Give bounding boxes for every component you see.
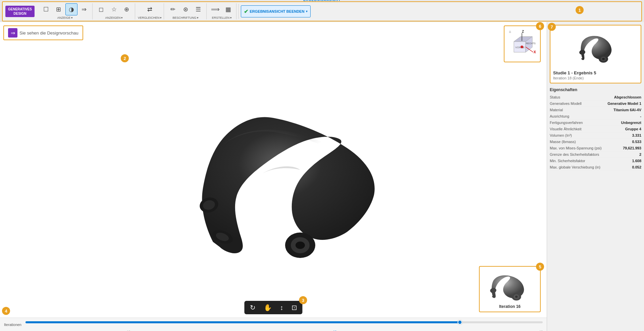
viewport-controls: 3 ↻ ✋ ↕ ⊡ (245, 301, 303, 314)
toolbar-group-erstellen: ⟹ ▦ ERSTELLEN ▾ (207, 3, 236, 19)
prop-key: Status (550, 95, 560, 99)
prop-key: Visuelle Ähnlichkeit (550, 127, 582, 131)
cube-nav-panel[interactable]: 6 ⌂ Z X VORNE RECHTS (504, 25, 541, 62)
ergebnisansicht-beenden-button[interactable]: ✔ ERGEBNISANSICHT BEENDEN ▾ (241, 5, 310, 17)
svg-point-20 (602, 58, 605, 60)
prop-row: Grenze des Sicherheitsfaktors2 (550, 151, 641, 158)
toolbar: ERGEBNISANSICHT GENERATIVES DESIGN ☐ ⊞ ◑… (2, 1, 642, 21)
app-button[interactable]: GENERATIVES DESIGN (5, 6, 35, 17)
prop-row: Generatives ModellGenerative Model 1 (550, 101, 641, 107)
prop-val: 3.331 (632, 133, 641, 137)
iteration-fill (25, 321, 460, 323)
properties-rows: StatusAbgeschlossenGeneratives ModellGen… (550, 94, 641, 171)
prop-val: Generative Model 1 (607, 102, 641, 106)
properties-title: Eigenschaften (550, 86, 641, 92)
result-thumbnail-svg (574, 31, 618, 65)
result-subtitle: Iteration 18 (Ende) (553, 76, 638, 80)
beschriftung-arrow: ▾ (197, 16, 199, 19)
iteration-16-panel[interactable]: 5 Iteration 16 (476, 263, 543, 315)
prop-row: FertigungsverfahrenUnbegrenzt (550, 120, 641, 126)
iteration-16-label: Iteration 16 (499, 304, 521, 309)
result-model-thumbnail (553, 28, 638, 68)
app-btn-line2: DESIGN (8, 11, 32, 16)
check-icon: ✔ (244, 8, 248, 15)
anzeigen-btn-2[interactable]: ☆ (108, 3, 120, 15)
svg-text:⌂: ⌂ (509, 29, 511, 34)
iterations-label: Iterationen (4, 323, 21, 327)
prop-row: Volumen (In³)3.331 (550, 132, 641, 139)
anzeige-btn-3[interactable]: ◑ (65, 3, 77, 15)
prop-row: Visuelle ÄhnlichkeitGruppe 4 (550, 126, 641, 132)
iteration-marks: 10 16 18 (25, 330, 543, 331)
prop-val: 0.533 (632, 140, 641, 144)
badge-7: 7 (548, 23, 556, 31)
pan-button[interactable]: ✋ (262, 303, 273, 312)
model-svg (159, 81, 387, 272)
prop-row: Min. Sicherheitsfaktor1.608 (550, 158, 641, 164)
prop-key: Masse (lbmass) (550, 140, 576, 144)
svg-text:RECHTS: RECHTS (526, 42, 536, 45)
toolbar-group-beschriftung: ✏ ⊛ ☰ BESCHRIFTUNG ▾ (165, 3, 207, 19)
prop-val: 2 (639, 152, 641, 156)
3d-model-area[interactable] (0, 22, 547, 331)
result-panel[interactable]: Studie 1 - Ergebnis 5 Iteration 18 (Ende… (550, 25, 641, 83)
prop-row: Masse (lbmass)0.533 (550, 139, 641, 145)
toolbar-group-anzeigen: ◻ ☆ ⊕ ANZEIGEN ▾ (93, 3, 135, 19)
badge-2: 2 (121, 54, 129, 62)
anzeige-btn-2[interactable]: ⊞ (53, 3, 65, 15)
prop-val: Gruppe 4 (625, 127, 641, 131)
prop-val: 1.608 (632, 159, 641, 163)
rotate-button[interactable]: ↻ (249, 303, 257, 312)
badge-6: 6 (536, 22, 544, 30)
result-title: Studie 1 - Ergebnis 5 (553, 70, 638, 75)
svg-text:X: X (534, 50, 536, 54)
preview-icon: ⇒ (8, 28, 17, 38)
erstellen-arrow: ▾ (230, 16, 232, 19)
prop-key: Generatives Modell (550, 102, 582, 106)
iteration-track[interactable] (25, 321, 543, 323)
ergebnis-arrow: ▾ (306, 10, 308, 13)
prop-val: 0.052 (632, 165, 641, 169)
svg-point-24 (515, 295, 518, 298)
vergleichen-label: VERGLEICHEN (138, 16, 160, 19)
erstellen-btn-2[interactable]: ▦ (222, 3, 234, 15)
prop-row: StatusAbgeschlossen (550, 94, 641, 101)
beschriftung-btn-1[interactable]: ✏ (167, 3, 179, 15)
prop-row: Max. von Mises-Spannung (psi)79,621.993 (550, 145, 641, 151)
anzeige-btn-4[interactable]: ⇒ (78, 3, 90, 15)
toolbar-group-vergleichen: ⇄ VERGLEICHEN ▾ (136, 3, 164, 19)
badge-4: 4 (2, 307, 10, 315)
beschriftung-btn-3[interactable]: ☰ (192, 3, 204, 15)
design-preview-banner: ⇒ Sie sehen die Designvorschau (3, 25, 83, 40)
prop-key: Min. Sicherheitsfaktor (550, 159, 585, 163)
anzeigen-label: ANZEIGEN (105, 16, 120, 19)
anzeigen-btn-1[interactable]: ◻ (95, 3, 107, 15)
zoom-button[interactable]: ↕ (279, 303, 285, 312)
vergleichen-arrow: ▾ (160, 16, 162, 19)
prop-key: Material (550, 108, 563, 112)
iteration-16-thumbnail (486, 269, 533, 303)
iterations-bar[interactable]: Iterationen 10 16 18 (0, 318, 547, 331)
viewport[interactable]: 2 ⇒ Sie sehen die Designvorschau (0, 22, 547, 331)
svg-text:VORNE: VORNE (515, 46, 525, 49)
vergleichen-btn-1[interactable]: ⇄ (144, 3, 156, 15)
erstellen-btn-1[interactable]: ⟹ (209, 3, 221, 15)
toolbar-section-label: ERGEBNISANSICHT (303, 0, 341, 2)
svg-point-25 (490, 287, 497, 293)
prop-row: Ausrichtung- (550, 113, 641, 120)
preview-text: Sie sehen die Designvorschau (19, 30, 78, 36)
prop-val: Unbegrenzt (621, 121, 642, 125)
badge-1: 1 (576, 6, 584, 14)
svg-text:Z: Z (522, 30, 524, 34)
erstellen-label: ERSTELLEN (212, 16, 230, 19)
anzeigen-btn-3[interactable]: ⊕ (121, 3, 133, 15)
prop-key: Volumen (In³) (550, 133, 572, 137)
ergebnis-btn-label: ERGEBNISANSICHT BEENDEN (250, 9, 304, 13)
prop-key: Grenze des Sicherheitsfaktors (550, 152, 599, 156)
beschriftung-btn-2[interactable]: ⊛ (179, 3, 192, 15)
camera-button[interactable]: ⊡ (290, 303, 299, 312)
iteration-thumb[interactable] (458, 320, 462, 325)
anzeige-btn-1[interactable]: ☐ (40, 3, 52, 15)
app-btn-line1: GENERATIVES (8, 7, 32, 11)
cube-nav-svg: ⌂ Z X VORNE RECHTS (507, 28, 537, 60)
